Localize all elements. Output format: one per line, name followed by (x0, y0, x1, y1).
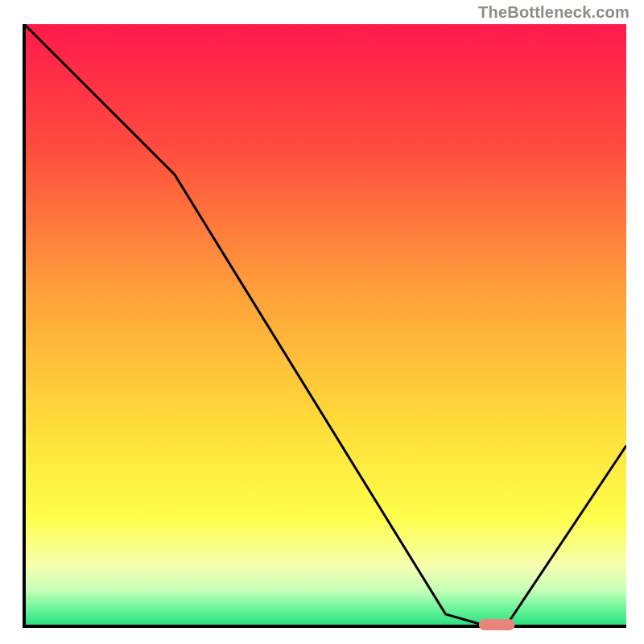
chart-svg (0, 0, 644, 644)
attribution-watermark: TheBottleneck.com (478, 3, 630, 22)
chart-container: TheBottleneck.com (0, 0, 644, 644)
optimal-range-marker (479, 619, 515, 630)
